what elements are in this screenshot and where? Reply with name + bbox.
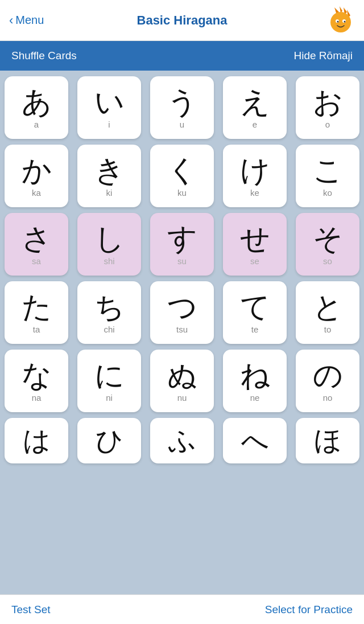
romaji-label: a	[34, 120, 39, 129]
romaji-label: na	[32, 393, 42, 403]
romaji-label: tsu	[176, 325, 188, 334]
card-2-2[interactable]: す su	[150, 213, 214, 276]
kana-char: た	[22, 291, 52, 323]
bottom-bar: Test Set Select for Practice	[0, 594, 364, 624]
card-row-1: か ka き ki く ku け ke こ ko	[5, 145, 359, 207]
romaji-label: ne	[250, 393, 260, 403]
kana-char: せ	[240, 223, 270, 255]
hide-romaji-button[interactable]: Hide Rōmaji	[294, 50, 353, 62]
card-row-3: た ta ち chi つ tsu て te と to	[5, 281, 359, 344]
header: ‹ Menu Basic Hiragana	[0, 0, 364, 41]
romaji-label: to	[324, 325, 332, 334]
kana-char: か	[22, 154, 52, 187]
kana-char: こ	[313, 154, 343, 187]
romaji-label: e	[253, 120, 257, 129]
romaji-label: ko	[323, 188, 332, 198]
kana-char: つ	[167, 291, 197, 323]
page-title: Basic Hiragana	[137, 13, 228, 28]
card-3-2[interactable]: つ tsu	[150, 281, 214, 344]
kana-char: い	[94, 86, 125, 118]
card-1-1[interactable]: き ki	[77, 145, 141, 207]
card-4-0[interactable]: な na	[5, 350, 68, 412]
kana-char: き	[94, 154, 125, 187]
card-grid: あ a い i う u え e お o か ka き	[0, 71, 364, 594]
romaji-label: ta	[33, 325, 40, 334]
card-4-4[interactable]: の no	[296, 350, 359, 412]
kana-char: え	[240, 86, 270, 118]
svg-point-4	[330, 12, 351, 32]
avatar	[326, 6, 355, 35]
card-row-0: あ a い i う u え e お o	[5, 76, 359, 139]
svg-point-8	[344, 20, 346, 22]
kana-char: ふ	[168, 426, 196, 456]
select-practice-button[interactable]: Select for Practice	[265, 604, 353, 616]
toolbar: Shuffle Cards Hide Rōmaji	[0, 41, 364, 71]
kana-char: ぬ	[167, 359, 197, 392]
card-4-1[interactable]: に ni	[77, 350, 141, 412]
card-4-3[interactable]: ね ne	[223, 350, 287, 412]
card-2-4[interactable]: そ so	[296, 213, 359, 276]
kana-char: う	[167, 86, 197, 118]
card-3-4[interactable]: と to	[296, 281, 359, 344]
romaji-label: su	[177, 256, 187, 266]
kana-char: は	[23, 426, 51, 456]
card-5-3[interactable]: へ	[223, 418, 287, 463]
romaji-label: ka	[32, 188, 41, 198]
card-2-3[interactable]: せ se	[223, 213, 287, 276]
card-0-0[interactable]: あ a	[5, 76, 68, 139]
kana-char: ひ	[96, 426, 123, 456]
card-3-1[interactable]: ち chi	[77, 281, 141, 344]
back-button[interactable]: ‹ Menu	[9, 14, 44, 27]
romaji-label: so	[323, 256, 332, 266]
card-5-1[interactable]: ひ	[77, 418, 141, 463]
kana-char: ち	[94, 291, 125, 323]
kana-char: す	[167, 223, 197, 255]
kana-char: ほ	[314, 426, 342, 456]
kana-char: な	[22, 359, 52, 392]
card-0-1[interactable]: い i	[77, 76, 141, 139]
card-1-2[interactable]: く ku	[150, 145, 214, 207]
test-set-button[interactable]: Test Set	[11, 604, 51, 616]
romaji-label: nu	[177, 393, 187, 403]
kana-char: し	[94, 223, 125, 255]
romaji-label: ku	[177, 188, 187, 198]
shuffle-cards-button[interactable]: Shuffle Cards	[11, 50, 77, 62]
chevron-left-icon: ‹	[9, 14, 13, 27]
romaji-label: ni	[106, 393, 113, 403]
romaji-label: se	[250, 256, 259, 266]
kana-char: て	[240, 291, 270, 323]
card-0-3[interactable]: え e	[223, 76, 287, 139]
kana-char: け	[240, 154, 270, 187]
card-4-2[interactable]: ぬ nu	[150, 350, 214, 412]
card-1-3[interactable]: け ke	[223, 145, 287, 207]
card-3-0[interactable]: た ta	[5, 281, 68, 344]
romaji-label: ke	[250, 188, 259, 198]
card-3-3[interactable]: て te	[223, 281, 287, 344]
kana-char: そ	[313, 223, 343, 255]
kana-char: お	[313, 86, 343, 118]
card-0-4[interactable]: お o	[296, 76, 359, 139]
romaji-label: o	[325, 120, 330, 129]
card-5-2[interactable]: ふ	[150, 418, 214, 463]
card-1-0[interactable]: か ka	[5, 145, 68, 207]
card-2-1[interactable]: し shi	[77, 213, 141, 276]
svg-point-7	[337, 20, 339, 22]
card-5-0[interactable]: は	[5, 418, 68, 463]
romaji-label: sa	[32, 256, 41, 266]
romaji-label: u	[180, 120, 184, 129]
romaji-label: no	[323, 393, 333, 403]
romaji-label: shi	[104, 256, 114, 266]
card-1-4[interactable]: こ ko	[296, 145, 359, 207]
card-5-4[interactable]: ほ	[296, 418, 359, 463]
kana-char: へ	[241, 426, 269, 456]
romaji-label: te	[251, 325, 259, 334]
romaji-label: ki	[106, 188, 113, 198]
card-row-5: はひふへほ	[5, 418, 359, 463]
romaji-label: i	[108, 120, 110, 129]
card-0-2[interactable]: う u	[150, 76, 214, 139]
kana-char: さ	[22, 223, 52, 255]
card-row-2: さ sa し shi す su せ se そ so	[5, 213, 359, 276]
card-row-4: な na に ni ぬ nu ね ne の no	[5, 350, 359, 412]
romaji-label: chi	[104, 325, 114, 334]
card-2-0[interactable]: さ sa	[5, 213, 68, 276]
